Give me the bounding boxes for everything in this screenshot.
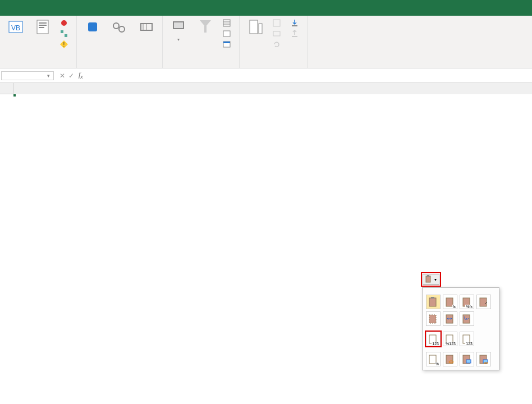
enter-formula-icon[interactable]: ✓ (68, 72, 74, 80)
paste-keep-widths-button[interactable] (443, 311, 457, 326)
paste-values-number-format-button[interactable]: %123 (443, 332, 457, 346)
svg-rect-39 (480, 298, 487, 306)
svg-rect-27 (250, 20, 258, 34)
properties-icon (222, 19, 231, 27)
svg-rect-20 (204, 26, 207, 33)
cancel-formula-icon[interactable]: ✕ (59, 72, 65, 80)
ribbon-tabs (0, 2, 532, 16)
insert-control-icon (169, 18, 187, 36)
svg-rect-35 (429, 298, 436, 306)
export-button[interactable] (288, 29, 304, 39)
svg-rect-40 (429, 315, 436, 323)
svg-rect-50 (466, 360, 471, 363)
run-dialog-icon (222, 40, 231, 49)
paste-options-icon (425, 275, 432, 284)
svg-rect-29 (273, 20, 280, 26)
macro-security-button[interactable]: ! (57, 39, 73, 49)
svg-point-6 (61, 20, 67, 26)
ribbon-group-addins (77, 16, 163, 68)
properties-button[interactable] (220, 18, 236, 28)
group-label-xml (243, 65, 304, 67)
spreadsheet (0, 83, 532, 94)
source-button[interactable] (243, 17, 268, 65)
paste-all-button[interactable] (426, 295, 441, 309)
svg-point-12 (113, 23, 119, 29)
visual-basic-icon: VB (7, 18, 25, 36)
svg-rect-26 (223, 42, 230, 43)
map-properties-button[interactable] (270, 18, 286, 28)
paste-values-source-format-button[interactable]: 123 (460, 332, 474, 346)
record-macro-button[interactable] (57, 18, 73, 28)
svg-rect-5 (39, 27, 44, 28)
design-mode-icon (196, 18, 214, 36)
macros-icon (34, 18, 52, 36)
use-relative-refs-button[interactable] (57, 29, 73, 39)
ribbon-group-code: VB ! (0, 16, 77, 68)
group-label-addins (80, 65, 159, 67)
paste-no-borders-button[interactable] (426, 311, 441, 326)
svg-rect-7 (61, 30, 63, 33)
macro-security-icon: ! (59, 40, 68, 49)
ribbon: VB ! (0, 16, 532, 68)
svg-rect-33 (426, 276, 430, 282)
addins-button[interactable] (80, 17, 105, 65)
svg-rect-31 (292, 25, 297, 26)
ribbon-group-xml (240, 16, 308, 68)
svg-rect-3 (39, 22, 47, 24)
excel-addins-button[interactable] (107, 17, 132, 65)
refresh-data-button[interactable] (270, 39, 286, 49)
relative-refs-icon (59, 29, 68, 38)
svg-rect-11 (88, 22, 97, 31)
paste-link-button[interactable] (443, 352, 457, 366)
paste-formatting-button[interactable]: % (426, 352, 441, 366)
run-dialog-button[interactable] (220, 39, 236, 49)
chevron-down-icon: ▾ (47, 73, 50, 79)
map-properties-icon (272, 19, 281, 27)
addins-icon (84, 18, 102, 36)
formula-bar: ▾ ✕ ✓ fx (0, 68, 532, 83)
record-icon (59, 19, 68, 27)
paste-options-menu: fx %fx 123 %123 123 % (422, 287, 499, 370)
visual-basic-button[interactable]: VB (3, 17, 28, 65)
group-label-controls (166, 65, 236, 67)
svg-rect-32 (292, 36, 297, 37)
paste-transpose-button[interactable] (460, 311, 474, 326)
view-code-button[interactable] (220, 29, 236, 39)
name-box[interactable]: ▾ (1, 71, 54, 80)
refresh-icon (272, 40, 281, 49)
svg-rect-24 (223, 31, 230, 36)
view-code-icon (222, 29, 231, 38)
ribbon-group-controls: ▾ (163, 16, 240, 68)
svg-text:VB: VB (11, 24, 20, 32)
design-mode-button[interactable] (193, 17, 218, 65)
group-label-code (3, 65, 73, 67)
insert-control-button[interactable]: ▾ (166, 17, 191, 65)
svg-rect-8 (65, 34, 67, 37)
svg-rect-4 (39, 25, 47, 26)
com-addins-button[interactable] (134, 17, 159, 65)
svg-point-13 (119, 26, 125, 32)
excel-addins-icon (111, 18, 129, 36)
paste-options-button[interactable]: ▾ (421, 272, 441, 287)
formula-input[interactable] (88, 70, 532, 81)
chevron-down-icon: ▾ (434, 277, 437, 282)
svg-rect-36 (431, 297, 434, 299)
macros-button[interactable] (30, 17, 55, 65)
svg-rect-21 (223, 20, 230, 26)
expansion-packs-button[interactable] (270, 29, 286, 39)
import-button[interactable] (288, 18, 304, 28)
svg-rect-18 (174, 22, 183, 28)
select-all-corner[interactable] (0, 83, 13, 94)
expansion-packs-icon (272, 29, 281, 38)
paste-keep-source-button[interactable] (476, 295, 491, 309)
svg-text:!: ! (63, 42, 65, 48)
svg-rect-47 (446, 355, 453, 364)
import-icon (290, 19, 299, 27)
svg-rect-30 (273, 31, 280, 36)
paste-formulas-number-button[interactable]: %fx (460, 295, 474, 309)
paste-linked-picture-button[interactable] (476, 352, 491, 366)
paste-formulas-button[interactable]: fx (443, 295, 457, 309)
paste-picture-button[interactable] (460, 352, 474, 366)
paste-values-button[interactable]: 123 (426, 332, 441, 346)
fx-icon[interactable]: fx (79, 71, 88, 80)
